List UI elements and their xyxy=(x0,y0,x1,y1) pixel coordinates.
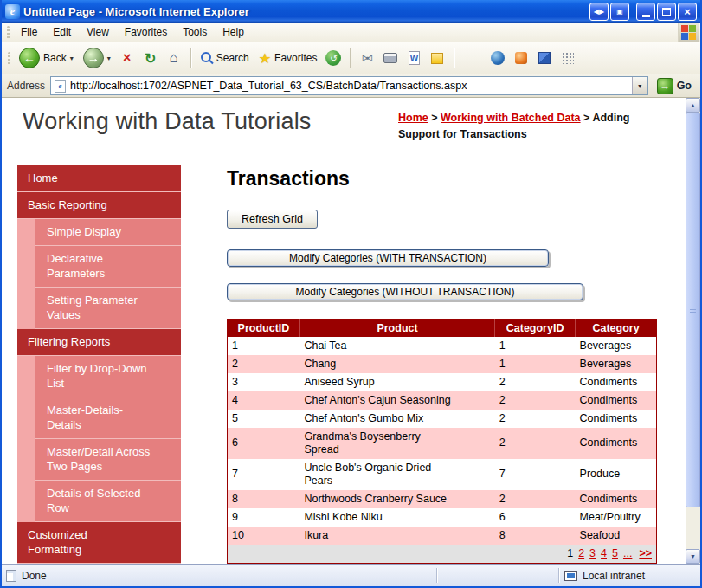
table-row-9: 9Mishi Kobe Niku6Meat/Poultry xyxy=(228,508,657,527)
sidebar-item-declarative-parameters[interactable]: Declarative Parameters xyxy=(35,246,181,288)
modify-without-transaction-button[interactable]: Modify Categories (WITHOUT TRANSACTION) xyxy=(227,283,583,300)
toolbar-grip-handle[interactable] xyxy=(8,52,10,65)
restore-button[interactable] xyxy=(657,3,676,21)
address-input[interactable]: e http://localhost:1702/ASPNET_Data_Tuto… xyxy=(50,76,648,95)
forward-icon: → xyxy=(83,48,104,68)
stop-button[interactable]: × xyxy=(116,47,138,69)
table-row-1: 1Chai Tea1Beverages xyxy=(228,337,657,355)
cell-category: Condiments xyxy=(576,373,657,391)
addon-button-3[interactable] xyxy=(557,47,579,69)
table-row-5: 5Chef Anton's Gumbo Mix2Condiments xyxy=(228,410,657,428)
scroll-up-button[interactable]: ▲ xyxy=(686,98,700,113)
breadcrumb-separator: > xyxy=(428,112,441,124)
forward-dropdown-icon[interactable]: ▾ xyxy=(107,55,111,62)
column-header-categoryid: CategoryID xyxy=(495,319,576,337)
sidebar-item-master-detail-across-two-pages[interactable]: Master/Detail Across Two Pages xyxy=(35,439,181,481)
cell-category: Beverages xyxy=(576,337,657,355)
sidebar-item-simple-display[interactable]: Simple Display xyxy=(35,219,181,246)
addon-button-2[interactable] xyxy=(533,47,556,69)
refresh-grid-button[interactable]: Refresh Grid xyxy=(227,210,318,229)
pager-page-2[interactable]: 2 xyxy=(578,547,584,559)
discuss-button[interactable] xyxy=(426,47,448,69)
cell-categoryid: 8 xyxy=(495,527,576,545)
cell-product: Grandma's Boysenberry Spread xyxy=(299,428,494,459)
modify-with-transaction-button[interactable]: Modify Categories (WITH TRANSACTION) xyxy=(227,249,549,267)
pager-ellipsis[interactable]: ... xyxy=(623,547,632,559)
word-icon: W xyxy=(409,51,420,65)
pager-page-3[interactable]: 3 xyxy=(589,547,596,559)
titlebar-extra-button-1[interactable]: ◀▶ xyxy=(589,3,609,21)
refresh-icon: ↻ xyxy=(145,50,156,67)
pager: 12345...>> xyxy=(228,545,657,564)
table-row-7: 7Uncle Bob's Organic Dried Pears7Produce xyxy=(228,459,657,490)
table-row-3: 3Aniseed Syrup2Condiments xyxy=(228,373,657,391)
address-dropdown-button[interactable]: ▾ xyxy=(632,77,647,94)
pager-next-link[interactable]: >> xyxy=(639,547,652,559)
menu-file[interactable]: File xyxy=(13,23,45,41)
zone-text: Local intranet xyxy=(583,570,645,582)
menu-favorites[interactable]: Favorites xyxy=(117,23,175,41)
mail-button[interactable]: ✉ xyxy=(356,47,378,69)
security-zone-panel: Local intranet xyxy=(564,570,696,582)
sidebar-item-format-colors[interactable]: Format Colors xyxy=(35,564,181,565)
close-button[interactable]: × xyxy=(678,3,697,21)
messenger-button[interactable] xyxy=(486,47,509,69)
history-button[interactable]: ↺ xyxy=(322,47,345,69)
edit-with-word-button[interactable]: W xyxy=(403,47,425,69)
table-row-2: 2Chang1Beverages xyxy=(228,355,657,373)
cell-productid: 2 xyxy=(228,355,300,373)
page-header: Working with Data Tutorials Home > Worki… xyxy=(2,98,686,152)
print-button[interactable] xyxy=(379,47,402,69)
windows-logo-green xyxy=(689,25,696,32)
home-button[interactable]: ⌂ xyxy=(163,47,185,69)
sidebar-item-filter-by-drop-down-list[interactable]: Filter by Drop-Down List xyxy=(35,356,181,397)
scrollbar-thumb[interactable] xyxy=(686,113,700,507)
menu-bar-items: FileEditViewFavoritesToolsHelp xyxy=(13,23,252,41)
vertical-scrollbar[interactable]: ▲ ▼ xyxy=(686,98,700,564)
menu-view[interactable]: View xyxy=(79,23,117,41)
cell-product: Chai Tea xyxy=(299,337,494,355)
menu-grip-handle[interactable] xyxy=(7,26,10,39)
address-url-text[interactable]: http://localhost:1702/ASPNET_Data_Tutori… xyxy=(70,80,628,92)
addon-button-1[interactable] xyxy=(510,47,532,69)
breadcrumb-link-working-with-batched-data[interactable]: Working with Batched Data xyxy=(441,112,581,124)
forward-button[interactable]: → ▾ xyxy=(79,46,115,70)
sidebar-item-setting-parameter-values[interactable]: Setting Parameter Values xyxy=(35,288,181,329)
back-dropdown-icon[interactable]: ▾ xyxy=(70,55,74,62)
back-button[interactable]: ← Back ▾ xyxy=(15,46,78,70)
windows-logo-yellow xyxy=(689,33,696,40)
sidebar-item-basic-reporting[interactable]: Basic Reporting xyxy=(17,192,181,219)
product-name: Aniseed Syrup xyxy=(304,376,374,389)
pager-page-4[interactable]: 4 xyxy=(601,547,607,559)
cell-productid: 8 xyxy=(228,490,300,508)
product-name: Grandma's Boysenberry Spread xyxy=(304,430,454,456)
menu-tools[interactable]: Tools xyxy=(175,23,215,41)
pager-page-5[interactable]: 5 xyxy=(612,547,618,559)
sidebar-item-filtering-reports[interactable]: Filtering Reports xyxy=(17,329,181,356)
messenger-icon xyxy=(491,51,505,65)
sidebar-item-details-of-selected-row[interactable]: Details of Selected Row xyxy=(35,481,181,522)
sidebar-item-customized-formatting[interactable]: Customized Formatting xyxy=(17,522,181,564)
product-name: Ikura xyxy=(304,529,328,542)
go-icon: → xyxy=(657,78,673,94)
status-text: Done xyxy=(22,570,47,582)
favorites-button[interactable]: ★ Favorites xyxy=(254,48,322,68)
go-button[interactable]: → Go xyxy=(654,78,695,94)
refresh-button[interactable]: ↻ xyxy=(139,47,162,69)
product-name: Chef Anton's Cajun Seasoning xyxy=(304,394,450,407)
page-icon: e xyxy=(55,80,66,93)
minimize-button[interactable] xyxy=(636,3,655,21)
sidebar-item-master-details-details[interactable]: Master-Details-Details xyxy=(35,397,181,439)
menu-help[interactable]: Help xyxy=(215,23,252,41)
addon-icon-1 xyxy=(515,52,527,64)
breadcrumb-link-home[interactable]: Home xyxy=(398,112,428,124)
titlebar-extra-button-2[interactable]: ▣ xyxy=(610,3,629,21)
cell-productid: 6 xyxy=(228,428,300,459)
breadcrumb: Home > Working with Batched Data > Addin… xyxy=(398,108,668,143)
menu-edit[interactable]: Edit xyxy=(45,23,79,41)
search-button[interactable]: Search xyxy=(196,50,254,66)
cell-category: Condiments xyxy=(576,410,657,428)
scroll-down-button[interactable]: ▼ xyxy=(686,549,700,564)
table-row-4: 4Chef Anton's Cajun Seasoning2Condiments xyxy=(228,391,657,410)
sidebar-item-home[interactable]: Home xyxy=(17,165,181,192)
